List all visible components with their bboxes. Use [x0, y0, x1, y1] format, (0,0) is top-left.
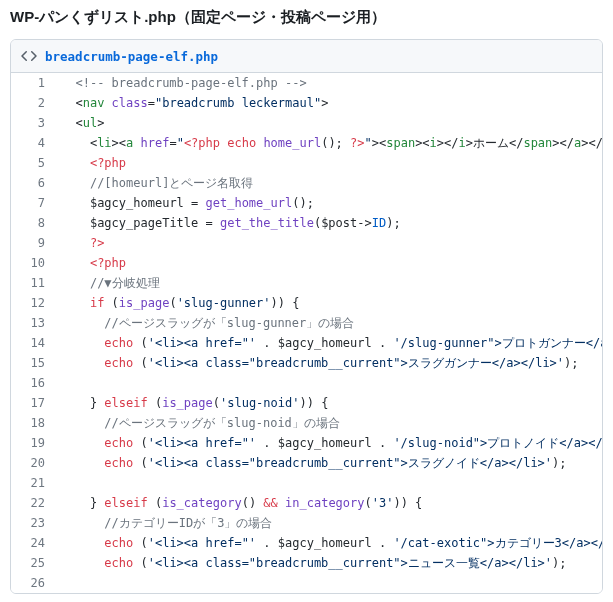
- line-number[interactable]: 16: [11, 373, 61, 393]
- code-line: 6 //[homeurl]とページ名取得: [11, 173, 603, 193]
- code-viewer: 1 <!-- breadcrumb-page-elf.php -->2 <nav…: [11, 73, 603, 593]
- line-number[interactable]: 21: [11, 473, 61, 493]
- line-number[interactable]: 17: [11, 393, 61, 413]
- code-line: 3 <ul>: [11, 113, 603, 133]
- line-number[interactable]: 18: [11, 413, 61, 433]
- code-line: 25 echo ('<li><a class="breadcrumb__curr…: [11, 553, 603, 573]
- code-line: 14 echo ('<li><a href="' . $agcy_homeurl…: [11, 333, 603, 353]
- code-content: $agcy_pageTitle = get_the_title($post->I…: [61, 213, 603, 233]
- code-line: 18 //ページスラッグが「slug-noid」の場合: [11, 413, 603, 433]
- line-number[interactable]: 23: [11, 513, 61, 533]
- code-line: 9 ?>: [11, 233, 603, 253]
- file-name-link[interactable]: breadcrumb-page-elf.php: [45, 49, 218, 64]
- line-number[interactable]: 2: [11, 93, 61, 113]
- page-title: WP-パンくずリスト.php（固定ページ・投稿ページ用）: [0, 0, 613, 39]
- code-line: 13 //ページスラッグが「slug-gunner」の場合: [11, 313, 603, 333]
- line-number[interactable]: 25: [11, 553, 61, 573]
- line-number[interactable]: 1: [11, 73, 61, 93]
- line-number[interactable]: 8: [11, 213, 61, 233]
- code-line: 8 $agcy_pageTitle = get_the_title($post-…: [11, 213, 603, 233]
- code-line: 2 <nav class="breadcrumb leckermaul">: [11, 93, 603, 113]
- code-line: 12 if (is_page('slug-gunner')) {: [11, 293, 603, 313]
- code-line: 5 <?php: [11, 153, 603, 173]
- file-panel: breadcrumb-page-elf.php 1 <!-- breadcrum…: [10, 39, 603, 594]
- line-number[interactable]: 3: [11, 113, 61, 133]
- code-line: 7 $agcy_homeurl = get_home_url();: [11, 193, 603, 213]
- code-content: <li><a href="<?php echo home_url(); ?>">…: [61, 133, 603, 153]
- line-number[interactable]: 24: [11, 533, 61, 553]
- code-line: 20 echo ('<li><a class="breadcrumb__curr…: [11, 453, 603, 473]
- line-number[interactable]: 14: [11, 333, 61, 353]
- line-number[interactable]: 9: [11, 233, 61, 253]
- code-line: 22 } elseif (is_category() && in_categor…: [11, 493, 603, 513]
- code-line: 17 } elseif (is_page('slug-noid')) {: [11, 393, 603, 413]
- code-content: echo ('<li><a href="' . $agcy_homeurl . …: [61, 433, 603, 453]
- code-content: echo ('<li><a class="breadcrumb__current…: [61, 553, 603, 573]
- code-line: 24 echo ('<li><a href="' . $agcy_homeurl…: [11, 533, 603, 553]
- code-content: [61, 373, 603, 393]
- code-line: 15 echo ('<li><a class="breadcrumb__curr…: [11, 353, 603, 373]
- file-header: breadcrumb-page-elf.php: [11, 40, 602, 73]
- line-number[interactable]: 20: [11, 453, 61, 473]
- code-line: 26: [11, 573, 603, 593]
- line-number[interactable]: 6: [11, 173, 61, 193]
- line-number[interactable]: 5: [11, 153, 61, 173]
- code-content: echo ('<li><a class="breadcrumb__current…: [61, 353, 603, 373]
- code-line: 21: [11, 473, 603, 493]
- code-line: 4 <li><a href="<?php echo home_url(); ?>…: [11, 133, 603, 153]
- line-number[interactable]: 13: [11, 313, 61, 333]
- code-content: //ページスラッグが「slug-noid」の場合: [61, 413, 603, 433]
- code-line: 16: [11, 373, 603, 393]
- code-line: 11 //▼分岐処理: [11, 273, 603, 293]
- code-file-icon: [21, 48, 37, 64]
- code-content: <ul>: [61, 113, 603, 133]
- code-content: //ページスラッグが「slug-gunner」の場合: [61, 313, 603, 333]
- code-content: [61, 573, 603, 593]
- code-content: [61, 473, 603, 493]
- code-content: } elseif (is_page('slug-noid')) {: [61, 393, 603, 413]
- line-number[interactable]: 22: [11, 493, 61, 513]
- line-number[interactable]: 19: [11, 433, 61, 453]
- code-content: <!-- breadcrumb-page-elf.php -->: [61, 73, 603, 93]
- code-line: 19 echo ('<li><a href="' . $agcy_homeurl…: [11, 433, 603, 453]
- code-line: 1 <!-- breadcrumb-page-elf.php -->: [11, 73, 603, 93]
- code-content: echo ('<li><a href="' . $agcy_homeurl . …: [61, 333, 603, 353]
- line-number[interactable]: 15: [11, 353, 61, 373]
- code-content: ?>: [61, 233, 603, 253]
- code-content: <?php: [61, 153, 603, 173]
- code-line: 10 <?php: [11, 253, 603, 273]
- line-number[interactable]: 10: [11, 253, 61, 273]
- code-content: echo ('<li><a href="' . $agcy_homeurl . …: [61, 533, 603, 553]
- code-content: if (is_page('slug-gunner')) {: [61, 293, 603, 313]
- code-line: 23 //カテゴリーIDが「3」の場合: [11, 513, 603, 533]
- line-number[interactable]: 26: [11, 573, 61, 593]
- line-number[interactable]: 12: [11, 293, 61, 313]
- code-content: //カテゴリーIDが「3」の場合: [61, 513, 603, 533]
- code-content: } elseif (is_category() && in_category('…: [61, 493, 603, 513]
- code-content: <nav class="breadcrumb leckermaul">: [61, 93, 603, 113]
- code-content: $agcy_homeurl = get_home_url();: [61, 193, 603, 213]
- line-number[interactable]: 7: [11, 193, 61, 213]
- code-content: <?php: [61, 253, 603, 273]
- code-content: //▼分岐処理: [61, 273, 603, 293]
- code-content: //[homeurl]とページ名取得: [61, 173, 603, 193]
- line-number[interactable]: 11: [11, 273, 61, 293]
- code-content: echo ('<li><a class="breadcrumb__current…: [61, 453, 603, 473]
- line-number[interactable]: 4: [11, 133, 61, 153]
